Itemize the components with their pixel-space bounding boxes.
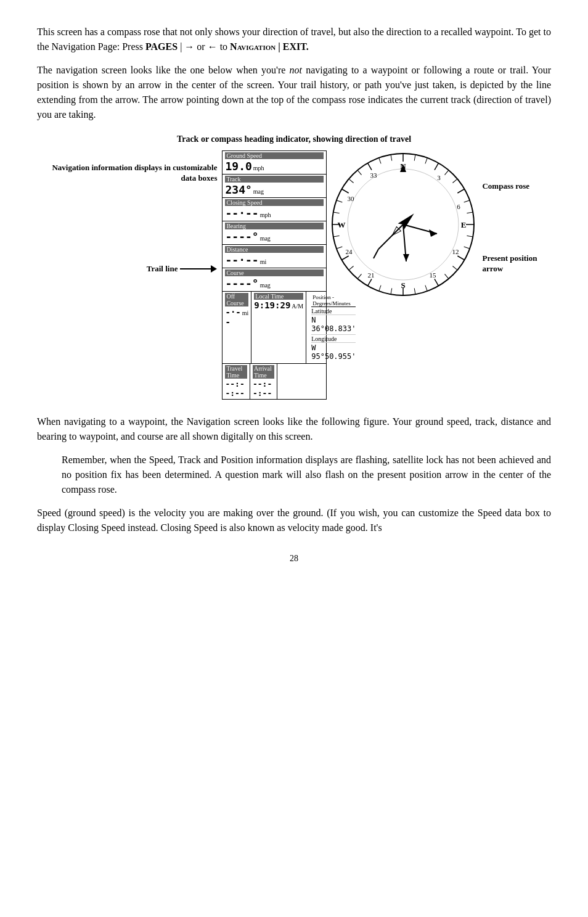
course-value: ----°	[225, 277, 258, 290]
distance-value: --·--	[225, 253, 258, 266]
ground-speed-value: 19.0	[225, 160, 251, 173]
closing-speed-unit: mph	[260, 212, 271, 218]
closing-speed-value-row: --·-- mph	[225, 207, 324, 220]
distance-label: Distance	[225, 246, 324, 253]
bearing-unit: mag	[260, 235, 271, 242]
local-time-cell: Local Time 9:19:29 A/M	[251, 292, 306, 363]
distance-value-row: --·-- mi	[225, 253, 324, 266]
track-unit: mag	[253, 188, 264, 195]
svg-text:3: 3	[438, 174, 441, 181]
track-value-row: 234° mag	[225, 183, 324, 196]
arrow-line-hr	[180, 268, 211, 269]
page-content: This screen has a compass rose that not …	[37, 25, 551, 564]
compass-rose-svg: N 3 6 E 12 15 S 21 24	[329, 150, 477, 298]
svg-text:21: 21	[368, 271, 375, 279]
longitude-value: W 95°50.955'	[311, 343, 356, 361]
ground-speed-box: Ground Speed 19.0 mph	[223, 151, 326, 175]
svg-text:24: 24	[346, 248, 353, 255]
track-box: Track 234° mag	[223, 175, 326, 198]
svg-text:6: 6	[457, 203, 461, 210]
off-course-cell: Off Course -·-- mi	[223, 292, 251, 363]
svg-text:12: 12	[452, 248, 459, 255]
closing-speed-value: --·--	[225, 207, 258, 220]
ground-speed-value-row: 19.0 mph	[225, 160, 324, 173]
arrow-head	[211, 265, 217, 273]
present-position-label: Present position arrow	[482, 253, 551, 274]
arrival-time-cell: Arrival Time --:--:--	[250, 364, 278, 399]
trail-arrow	[180, 265, 217, 273]
longitude-label: Longitude	[311, 334, 356, 343]
paragraph-3: When navigating to a waypoint, the Navig…	[37, 414, 551, 444]
position-cell: Position - Degrees/Minutes Latitude N 36…	[306, 292, 361, 363]
course-label: Course	[225, 269, 324, 276]
travel-time-label: Travel Time	[225, 365, 247, 379]
distance-unit: mi	[260, 258, 267, 265]
latitude-value: N 36°08.833'	[311, 316, 356, 333]
bottom-row-2: Travel Time --:--:-- Arrival Time --:--:…	[223, 364, 326, 399]
page-number: 28	[37, 554, 551, 564]
local-time-value-row: 9:19:29 A/M	[254, 300, 303, 310]
closing-speed-label: Closing Speed	[225, 199, 324, 206]
off-course-value: -·--	[225, 307, 240, 327]
bearing-label: Bearing	[225, 223, 324, 229]
travel-time-value-row: --:--:--	[225, 379, 247, 398]
distance-box: Distance --·-- mi	[223, 245, 326, 268]
travel-time-value: --:--:--	[225, 379, 247, 398]
svg-text:S: S	[401, 281, 406, 290]
arrival-time-value-row: --:--:--	[253, 379, 275, 398]
bearing-value-row: ----° mag	[225, 230, 324, 243]
paragraph-1: This screen has a compass rose that not …	[37, 25, 551, 54]
empty-bottom-cell	[277, 364, 326, 399]
compass-rose-label: Compass rose	[482, 181, 529, 192]
paragraph-2: The navigation screen looks like the one…	[37, 63, 551, 122]
svg-text:30: 30	[348, 195, 355, 202]
course-box: Course ----° mag	[223, 268, 326, 292]
figure-caption: Track or compass heading indicator, show…	[37, 134, 551, 144]
track-value: 234°	[225, 183, 251, 196]
trail-line-label: Trail line	[147, 264, 178, 274]
position-section: Position - Degrees/Minutes Latitude N 36…	[309, 293, 358, 362]
track-label: Track	[225, 176, 324, 183]
left-labels: Navigation information displays in custo…	[37, 163, 217, 274]
latitude-label: Latitude	[311, 308, 356, 315]
svg-text:W: W	[338, 220, 346, 229]
arrival-time-value: --:--:--	[253, 379, 275, 398]
arrival-time-label: Arrival Time	[253, 365, 275, 379]
course-value-row: ----° mag	[225, 277, 324, 290]
right-labels: Compass rose Present position arrow	[482, 163, 551, 274]
figure-container: Track or compass heading indicator, show…	[37, 134, 551, 400]
indented-paragraph: Remember, when the Speed, Track and Posi…	[62, 453, 551, 497]
data-panel: Ground Speed 19.0 mph Track 234° mag	[222, 150, 327, 400]
figure-inner: Navigation information displays in custo…	[37, 150, 551, 400]
trail-line-label-row: Trail line	[147, 264, 218, 274]
course-unit: mag	[260, 282, 271, 289]
svg-text:E: E	[461, 220, 467, 229]
closing-speed-box: Closing Speed --·-- mph	[223, 198, 326, 221]
local-time-label: Local Time	[254, 293, 303, 300]
bearing-box: Bearing ----° mag	[223, 221, 326, 245]
bottom-row-1: Off Course -·-- mi Local Time 9:19:29 A/…	[223, 292, 326, 364]
ground-speed-unit: mph	[253, 165, 264, 171]
bearing-value: ----°	[225, 230, 258, 243]
off-course-value-row: -·-- mi	[225, 307, 248, 327]
svg-text:33: 33	[370, 171, 378, 179]
local-time-value: 9:19:29	[254, 300, 290, 310]
travel-time-cell: Travel Time --:--:--	[223, 364, 250, 399]
local-time-ampm: A/M	[292, 303, 303, 310]
off-course-label: Off Course	[225, 293, 248, 306]
compass-rose-container: N 3 6 E 12 15 S 21 24	[329, 150, 477, 298]
paragraph-5: Speed (ground speed) is the velocity you…	[37, 506, 551, 535]
nav-info-label: Navigation information displays in custo…	[37, 163, 217, 184]
off-course-unit: mi	[242, 310, 249, 316]
svg-text:15: 15	[430, 271, 437, 279]
ground-speed-label: Ground Speed	[225, 152, 324, 159]
